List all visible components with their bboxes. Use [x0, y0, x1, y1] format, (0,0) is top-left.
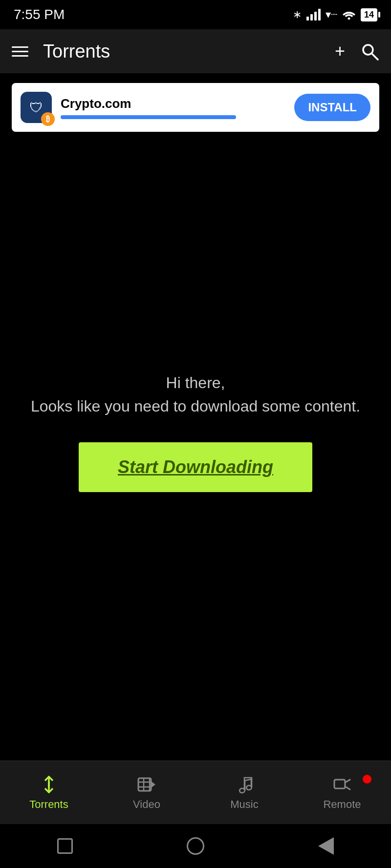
- search-icon[interactable]: [360, 41, 379, 61]
- music-icon: [235, 775, 254, 794]
- nav-label-remote: Remote: [323, 798, 361, 811]
- ad-app-name: Crypto.com: [61, 96, 294, 111]
- app-title: Torrents: [43, 41, 335, 62]
- svg-line-13: [345, 786, 350, 789]
- bitcoin-badge: ₿: [41, 112, 55, 126]
- ad-banner[interactable]: 🛡 ₿ Crypto.com INSTALL: [12, 83, 379, 132]
- svg-line-2: [372, 54, 378, 60]
- nav-item-remote[interactable]: Remote: [293, 775, 391, 811]
- ad-install-button[interactable]: INSTALL: [294, 94, 370, 121]
- nav-item-video[interactable]: Video: [98, 775, 196, 811]
- video-icon: [137, 775, 156, 794]
- nav-label-music: Music: [230, 798, 258, 811]
- nav-item-torrents[interactable]: Torrents: [0, 775, 98, 811]
- wifi-icon-svg: [342, 10, 356, 20]
- svg-rect-11: [334, 780, 345, 788]
- empty-message: Hi there, Looks like you need to downloa…: [31, 371, 360, 418]
- battery-icon: 14: [361, 8, 377, 21]
- back-icon: [318, 837, 334, 855]
- back-button[interactable]: [315, 835, 337, 857]
- wifi-icon: ▾┈: [326, 8, 337, 21]
- ad-content: Crypto.com: [61, 96, 294, 119]
- bottom-nav: Torrents Video Music Remote: [0, 761, 391, 824]
- svg-marker-10: [152, 782, 155, 787]
- torrents-icon: [39, 775, 59, 794]
- main-content: Hi there, Looks like you need to downloa…: [0, 132, 391, 761]
- signal-icon: [306, 9, 321, 21]
- remote-badge: [363, 775, 371, 784]
- recent-apps-icon: [57, 838, 73, 854]
- status-bar: 7:55 PM ∗ ▾┈ 14: [0, 0, 391, 29]
- nav-item-music[interactable]: Music: [196, 775, 293, 811]
- add-button[interactable]: +: [335, 41, 345, 62]
- home-icon: [187, 837, 204, 855]
- ad-icon: 🛡 ₿: [21, 92, 52, 123]
- home-button[interactable]: [185, 835, 206, 857]
- menu-icon[interactable]: [12, 46, 28, 57]
- remote-icon: [332, 775, 352, 794]
- recent-apps-button[interactable]: [54, 835, 76, 857]
- ad-progress-bar: [61, 115, 236, 119]
- start-downloading-button[interactable]: Start Downloading: [79, 442, 312, 492]
- svg-point-0: [348, 18, 350, 20]
- status-icons: ∗ ▾┈ 14: [293, 8, 377, 21]
- app-bar-actions: +: [335, 41, 379, 62]
- bluetooth-icon: ∗: [293, 8, 302, 21]
- empty-line1: Hi there,: [31, 371, 360, 394]
- nav-label-torrents: Torrents: [29, 798, 68, 811]
- nav-label-video: Video: [133, 798, 160, 811]
- app-bar: Torrents +: [0, 29, 391, 73]
- status-time: 7:55 PM: [14, 7, 65, 22]
- empty-line2: Looks like you need to download some con…: [31, 394, 360, 418]
- system-nav: [0, 824, 391, 868]
